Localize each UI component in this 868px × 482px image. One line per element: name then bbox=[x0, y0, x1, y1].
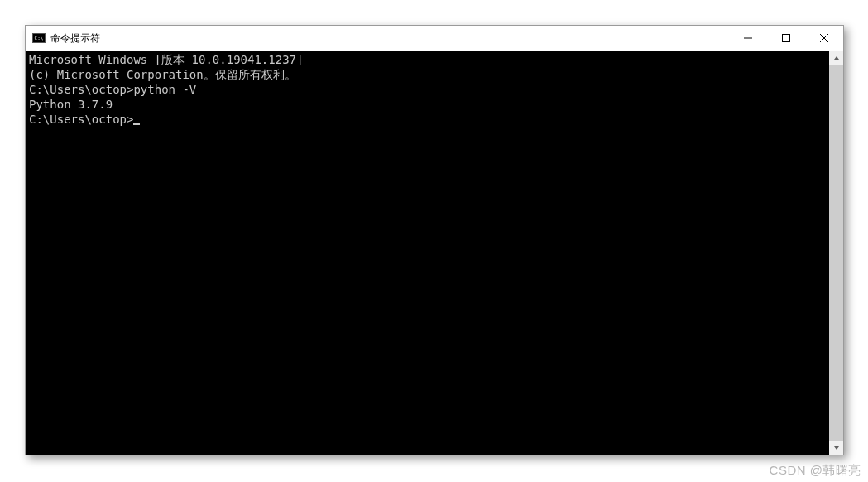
scroll-thumb[interactable] bbox=[829, 65, 843, 441]
scroll-up-button[interactable] bbox=[829, 51, 843, 65]
terminal-line: C:\Users\octop>python -V bbox=[29, 82, 826, 97]
svg-rect-1 bbox=[783, 35, 790, 42]
cmd-icon bbox=[32, 33, 46, 43]
watermark: CSDN @韩曙亮 bbox=[770, 463, 861, 479]
terminal-area: Microsoft Windows [版本 10.0.19041.1237](c… bbox=[26, 51, 843, 455]
svg-marker-4 bbox=[834, 56, 839, 60]
titlebar[interactable]: 命令提示符 bbox=[26, 26, 843, 51]
prompt: C:\Users\octop> bbox=[29, 113, 133, 126]
terminal-line: (c) Microsoft Corporation。保留所有权利。 bbox=[29, 67, 826, 82]
terminal-line: Python 3.7.9 bbox=[29, 97, 826, 112]
svg-marker-5 bbox=[834, 446, 839, 450]
minimize-button[interactable] bbox=[729, 26, 767, 51]
vertical-scrollbar[interactable] bbox=[829, 51, 843, 455]
command-text: python -V bbox=[133, 83, 196, 96]
scroll-down-button[interactable] bbox=[829, 441, 843, 455]
window-title: 命令提示符 bbox=[50, 31, 100, 46]
terminal-line: Microsoft Windows [版本 10.0.19041.1237] bbox=[29, 52, 826, 67]
close-button[interactable] bbox=[805, 26, 843, 51]
window-controls bbox=[729, 26, 843, 51]
prompt: C:\Users\octop> bbox=[29, 83, 133, 96]
maximize-button[interactable] bbox=[767, 26, 805, 51]
terminal-line: C:\Users\octop> bbox=[29, 112, 826, 127]
window-shadow: 命令提示符 Microsoft Windows [版本 10.0.19041.1… bbox=[25, 25, 844, 455]
cursor bbox=[133, 123, 140, 125]
terminal-output[interactable]: Microsoft Windows [版本 10.0.19041.1237](c… bbox=[26, 51, 829, 455]
command-prompt-window: 命令提示符 Microsoft Windows [版本 10.0.19041.1… bbox=[25, 25, 844, 455]
